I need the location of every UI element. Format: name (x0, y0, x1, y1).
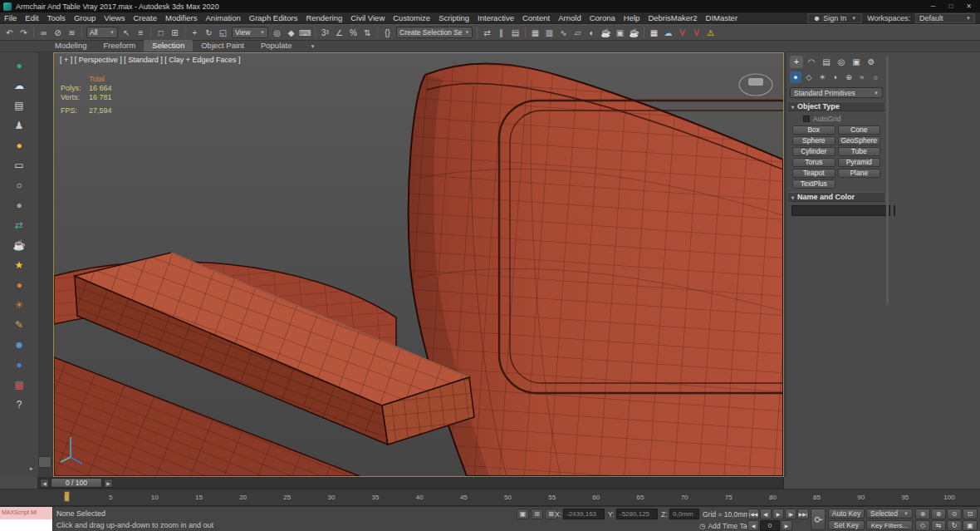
lights-category[interactable]: ☀ (816, 71, 828, 83)
motion-tab[interactable]: ◎ (835, 56, 848, 68)
reference-coordinate-dropdown[interactable]: View▼ (232, 27, 268, 38)
menu-item-arnold[interactable]: Arnold (554, 12, 585, 24)
select-and-move-icon[interactable]: + (188, 26, 202, 40)
time-slider-left-arrow[interactable]: ◀ (40, 479, 49, 488)
material-editor-icon[interactable]: ◐ (585, 26, 599, 40)
menu-item-dimaster[interactable]: DIMaster (702, 12, 742, 24)
rendered-frame-window-icon[interactable]: ▣ (613, 26, 627, 40)
bind-to-space-warp-icon[interactable]: ≋ (65, 26, 79, 40)
menu-item-scripting[interactable]: Scripting (434, 12, 473, 24)
maximize-button[interactable]: □ (948, 2, 953, 10)
keyboard-shortcut-override-icon[interactable]: ⌨ (298, 26, 312, 40)
object-type-rollout-header[interactable]: ▾ Object Type (788, 101, 884, 111)
named-selection-sets-dropdown[interactable]: Create Selection Se▼ (396, 27, 473, 38)
left-tool-cloud-icon[interactable]: ☁ (10, 76, 28, 96)
menu-item-content[interactable]: Content (518, 12, 554, 24)
menu-item-debrismaker2[interactable]: DebrisMaker2 (644, 12, 701, 24)
listener-pane[interactable] (0, 519, 52, 531)
isolate-selection-toggle-icon[interactable]: ▣ (517, 509, 529, 519)
title-bar[interactable]: Armchair And Table Vray 2017.max - Autod… (0, 0, 980, 12)
previous-frame-button[interactable]: ◀| (760, 509, 772, 519)
object-name-input[interactable] (791, 205, 890, 216)
select-and-scale-icon[interactable]: ◱ (216, 26, 230, 40)
y-coordinate-field[interactable]: -5280,125 (616, 509, 658, 519)
autogrid-checkbox[interactable] (803, 116, 810, 122)
orbit-icon[interactable]: ↻ (947, 520, 962, 531)
render-production-icon[interactable]: ☕ (627, 26, 641, 40)
left-tool-swap-icon[interactable]: ⇄ (10, 215, 28, 235)
left-tool-sun-icon[interactable]: ☀ (10, 295, 28, 315)
undo-icon[interactable]: ↶ (2, 26, 17, 40)
track-bar-ticks[interactable]: 0510152025303540455055606570758085909510… (0, 489, 980, 506)
curve-editor-icon[interactable]: ∿ (556, 26, 571, 40)
select-object-icon[interactable]: ↖ (120, 26, 134, 40)
left-tool-sphere-blue-icon[interactable]: ● (10, 355, 28, 375)
snap-toggle-icon[interactable]: 3³ (318, 26, 332, 40)
primitive-button-sphere[interactable]: Sphere (792, 136, 835, 145)
left-tool-pencil-icon[interactable]: ✎ (10, 315, 28, 335)
primitive-button-cone[interactable]: Cone (838, 125, 881, 135)
workspace-dropdown[interactable]: Default ▼ (915, 13, 975, 23)
left-tool-sphere-gray-icon[interactable]: ● (10, 195, 28, 215)
menu-item-group[interactable]: Group (70, 12, 100, 24)
set-key-button[interactable]: Set Key (828, 520, 865, 530)
utilities-tab[interactable]: ⚙ (865, 56, 878, 68)
shapes-category[interactable]: ◇ (803, 71, 815, 83)
object-color-swatch[interactable] (894, 205, 895, 216)
viewport-label[interactable]: [ + ] [ Perspective ] [ Standard ] [ Cla… (60, 56, 241, 64)
selection-filter-dropdown[interactable]: All▼ (86, 27, 118, 38)
menu-item-graph-editors[interactable]: Graph Editors (245, 12, 302, 24)
select-by-name-icon[interactable]: ≡ (134, 26, 148, 40)
edit-named-selection-sets-icon[interactable]: {} (380, 26, 394, 40)
add-time-tag[interactable]: ◷ Add Time Tag (699, 522, 751, 530)
vray-frame-buffer-icon[interactable]: V (689, 26, 703, 40)
go-to-end-button[interactable]: ▶▶| (797, 509, 809, 519)
left-tool-sphere-yellow-icon[interactable]: ● (10, 135, 28, 155)
layer-explorer-icon[interactable]: ▤ (508, 26, 522, 40)
ribbon-tab-selection[interactable]: Selection (144, 40, 193, 52)
toggle-scene-explorer-icon[interactable]: ▦ (528, 26, 542, 40)
cameras-category[interactable]: ◗ (830, 71, 841, 83)
left-tool-document-icon[interactable]: ▤ (10, 96, 28, 116)
render-setup-icon[interactable]: ☕ (599, 26, 613, 40)
next-frame-button[interactable]: |▶ (785, 509, 796, 519)
left-tool-people-icon[interactable]: ♟ (10, 116, 28, 135)
left-tool-sphere-green-icon[interactable]: ● (10, 56, 28, 76)
modify-tab[interactable]: ◠ (805, 56, 818, 68)
key-filters-button[interactable]: Key Filters... (866, 520, 913, 530)
primitive-button-teapot[interactable]: Teapot (792, 169, 835, 178)
zoom-all-icon[interactable]: ⊗ (931, 509, 946, 519)
auto-key-button[interactable]: Auto Key (828, 509, 865, 519)
primitive-button-pyramid[interactable]: Pyramid (838, 158, 881, 167)
schematic-view-icon[interactable]: ▱ (571, 26, 585, 40)
primitive-button-torus[interactable]: Torus (792, 158, 835, 167)
maxscript-mini-listener[interactable]: MAXScript Mi (0, 507, 53, 531)
zoom-region-icon[interactable]: ⊡ (963, 509, 978, 519)
x-coordinate-field[interactable]: -2439,163 (563, 509, 605, 519)
window-crossing-toggle-icon[interactable]: ⊞ (168, 26, 182, 40)
key-mode-dropdown[interactable]: Selected ▼ (866, 509, 913, 519)
ribbon-tab-object-paint[interactable]: Object Paint (193, 40, 252, 52)
time-slider-right-arrow[interactable]: ▶ (104, 479, 113, 488)
hierarchy-tab[interactable]: ▤ (820, 56, 833, 68)
subcategory-dropdown[interactable]: Standard Primitives ▼ (790, 87, 883, 98)
warning-icon[interactable]: ⚠ (703, 26, 718, 40)
menu-item-animation[interactable]: Animation (202, 12, 245, 24)
left-tool-sphere-orange-icon[interactable]: ● (10, 275, 28, 295)
select-and-rotate-icon[interactable]: ↻ (202, 26, 216, 40)
offset-mode-transform-icon[interactable]: ⊞ (531, 509, 543, 519)
space-warps-category[interactable]: ≈ (856, 71, 868, 83)
menu-item-edit[interactable]: Edit (21, 12, 42, 24)
viewport-layout-tab[interactable] (38, 456, 51, 468)
primitive-button-plane[interactable]: Plane (838, 169, 881, 178)
menu-item-rendering[interactable]: Rendering (301, 12, 346, 24)
time-slider-track[interactable]: ◀ 0 / 100 ▶ (37, 477, 784, 489)
close-button[interactable]: ✕ (966, 2, 972, 10)
macro-recorder-pane[interactable]: MAXScript Mi (0, 507, 52, 519)
menu-item-help[interactable]: Help (620, 12, 644, 24)
go-to-start-button[interactable]: |◀◀ (747, 509, 759, 519)
ribbon-tab-populate[interactable]: Populate (252, 40, 301, 52)
name-color-rollout-header[interactable]: ▾ Name and Color (788, 192, 884, 202)
primitive-button-textplus[interactable]: TextPlus (792, 179, 835, 189)
primitive-button-geosphere[interactable]: GeoSphere (838, 136, 881, 145)
